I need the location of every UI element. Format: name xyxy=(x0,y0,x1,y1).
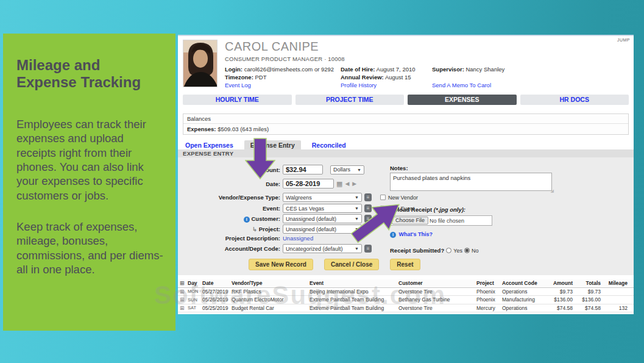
event-lookup-icon[interactable]: ≡ xyxy=(364,204,372,212)
col-amount: Amount xyxy=(547,280,575,286)
col-event: Event xyxy=(308,280,397,286)
expand-row-icon[interactable]: ⊞ xyxy=(178,289,186,295)
resize-handle-icon[interactable]: ◢ xyxy=(551,189,554,193)
col-totals: Totals xyxy=(575,280,603,286)
save-new-record-button[interactable]: Save New Record xyxy=(249,259,313,270)
main-tabs: HOURLY TIME PROJECT TIME EXPENSES HR DOC… xyxy=(183,95,629,105)
expand-row-icon[interactable]: ⊞ xyxy=(178,297,186,303)
balances-expenses-value: $509.03 (643 miles) xyxy=(218,126,269,132)
balances-expenses-label: Expenses: xyxy=(187,126,216,132)
hire-date-label: Date of Hire: xyxy=(341,66,375,73)
account-code-select[interactable]: Uncategorized (default) ▼ xyxy=(283,244,362,253)
new-vendor-checkbox[interactable] xyxy=(380,195,386,200)
cancel-close-button[interactable]: Cancel / Close xyxy=(324,259,379,270)
currency-select[interactable]: Dollars ▼ xyxy=(330,165,364,174)
chevron-down-icon: ▼ xyxy=(355,195,359,199)
supervisor-value: Nancy Shanley xyxy=(465,66,504,73)
chevron-down-icon: ▼ xyxy=(355,206,359,210)
timezone-value: PDT xyxy=(255,74,266,81)
subtab-reconciled[interactable]: Reconciled xyxy=(310,140,349,150)
choose-file-button[interactable]: Choose File xyxy=(392,217,428,225)
send-memo-link[interactable]: Send A Memo To Carol xyxy=(432,81,560,89)
col-account-code: Account Code xyxy=(500,280,547,286)
customer-select[interactable]: Unassigned (default) ▼ xyxy=(283,214,362,223)
table-row[interactable]: ⊞ MON 05/27/2019 RKF Plastics Beijing In… xyxy=(178,288,634,297)
hire-date-value: August 7, 2010 xyxy=(377,66,416,73)
project-description-value: Unassigned xyxy=(283,235,313,242)
customer-lookup-icon[interactable]: ≡ xyxy=(364,215,372,223)
calendar-icon[interactable]: ▦ xyxy=(336,180,342,188)
info-icon[interactable]: i xyxy=(390,232,396,238)
notes-label: Notes: xyxy=(390,165,554,171)
notes-textarea[interactable] xyxy=(390,173,552,191)
date-next-icon[interactable]: ▶ xyxy=(352,181,357,187)
employee-role: CONSUMER PRODUCT MANAGER · 10008 xyxy=(225,56,560,62)
reset-button[interactable]: Reset xyxy=(390,259,420,270)
receipt-no-radio[interactable] xyxy=(464,248,470,253)
background: Mileage and Expense Tracking Employees c… xyxy=(0,0,644,363)
account-lookup-icon[interactable]: ≡ xyxy=(364,245,372,253)
supervisor-label: Supervisor: xyxy=(432,66,464,73)
slide-title: Mileage and Expense Tracking xyxy=(16,57,146,90)
project-select[interactable]: Unassigned (default) ▼ xyxy=(283,225,362,234)
col-date: Date xyxy=(200,280,230,286)
no-file-chosen-text: No file chosen xyxy=(430,218,464,224)
event-select[interactable]: CES Las Vegas ▼ xyxy=(283,204,362,213)
project-lookup-icon[interactable]: ≡ xyxy=(364,225,372,233)
subtab-expense-entry[interactable]: Expense Entry xyxy=(244,140,301,150)
date-input[interactable]: 05-28-2019 xyxy=(283,179,334,189)
upload-receipt-label-ext: (*.jpg only): xyxy=(434,206,465,213)
form-buttons: Save New Record Cancel / Close Reset xyxy=(249,259,420,270)
tab-hourly-time[interactable]: HOURLY TIME xyxy=(183,95,292,105)
expand-row-icon[interactable]: ⊞ xyxy=(178,305,186,311)
account-code-value: Uncategorized (default) xyxy=(286,246,343,252)
vendor-lookup-icon[interactable]: ≡ xyxy=(364,193,372,201)
jump-label[interactable]: JUMP xyxy=(617,38,630,42)
expenses-table: ⊞ Day Date Vendor/Type Event Customer Pr… xyxy=(178,279,634,312)
date-label: Date: xyxy=(183,181,280,187)
chevron-down-icon: ▼ xyxy=(357,168,361,172)
amount-input[interactable]: $32.94 xyxy=(283,165,323,174)
col-vendor: Vendor/Type xyxy=(230,280,308,286)
expand-all-icon[interactable]: ⊞ xyxy=(178,280,186,286)
receipt-yes-label: Yes xyxy=(453,248,462,254)
date-prev-icon[interactable]: ◀ xyxy=(345,181,350,187)
currency-value: Dollars xyxy=(333,167,350,173)
upload-receipt-label: Upload Receipt xyxy=(390,206,434,213)
table-row[interactable]: ⊞ SAT 05/25/2019 Budget Rental Car Extre… xyxy=(178,304,634,313)
tab-expenses[interactable]: EXPENSES xyxy=(408,95,517,105)
new-event-checkbox[interactable] xyxy=(380,206,386,211)
tab-project-time[interactable]: PROJECT TIME xyxy=(295,95,405,105)
table-row[interactable]: ⊞ SUN 05/26/2019 Quantum ElectroMotor Ex… xyxy=(178,296,634,304)
account-code-label: Account/Dept Code: xyxy=(183,245,280,252)
subtab-open-expenses[interactable]: Open Expenses xyxy=(183,140,236,150)
vendor-select[interactable]: Walgreens ▼ xyxy=(283,193,362,202)
profile-photo xyxy=(183,40,218,87)
customer-label: i Customer: xyxy=(183,215,280,223)
event-log-link[interactable]: Event Log xyxy=(225,81,341,89)
expense-entry-header: EXPENSE ENTRY xyxy=(178,149,634,157)
app-window: JUMP CAROL CANIPE CONSUMER PRODUCT MANAG… xyxy=(178,35,634,314)
col-day: Day xyxy=(186,280,200,286)
chevron-down-icon: ▼ xyxy=(355,246,359,251)
col-mileage: Mileage xyxy=(603,280,629,286)
tab-hr-docs[interactable]: HR DOCS xyxy=(520,95,629,105)
balances-title: Balances xyxy=(183,114,628,124)
slide-paragraph-2: Keep track of expenses, mileage, bonuses… xyxy=(16,220,163,276)
slide-panel: Mileage and Expense Tracking Employees c… xyxy=(3,34,175,331)
chevron-down-icon: ▼ xyxy=(355,217,359,221)
slide-paragraph-1: Employees can track their expenses and u… xyxy=(16,117,163,203)
whats-this-link[interactable]: What's This? xyxy=(398,231,433,237)
customer-value: Unassigned (default) xyxy=(286,216,336,222)
profile-history-link[interactable]: Profile History xyxy=(341,81,432,89)
info-icon[interactable]: i xyxy=(244,217,250,223)
timezone-label: Timezone: xyxy=(225,74,253,81)
receipt-yes-radio[interactable] xyxy=(446,248,451,253)
expense-subtabs: Open Expenses Expense Entry Reconciled xyxy=(183,140,349,150)
project-value: Unassigned (default) xyxy=(286,226,336,232)
file-upload-control[interactable]: Choose File No file chosen xyxy=(390,215,492,226)
receipt-submitted-label: Receipt Submitted? xyxy=(390,247,444,254)
event-value: CES Las Vegas xyxy=(286,206,324,212)
col-project: Project xyxy=(475,280,500,286)
project-description-label: Project Description: xyxy=(183,235,280,242)
